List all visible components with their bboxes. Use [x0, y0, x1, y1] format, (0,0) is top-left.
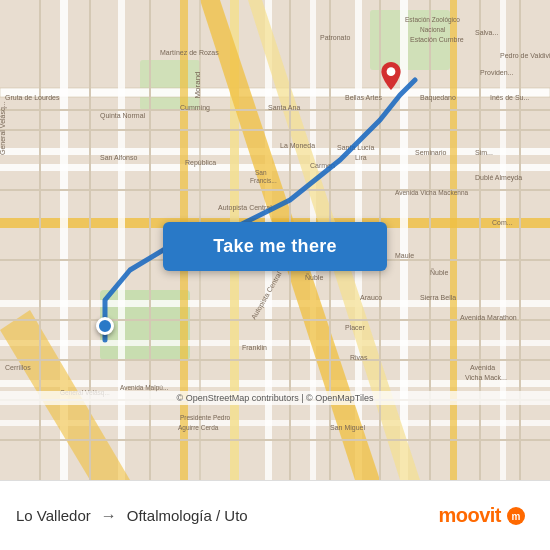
- svg-text:La Moneda: La Moneda: [280, 142, 315, 149]
- svg-text:Ñuble: Ñuble: [305, 273, 323, 281]
- svg-text:Vicha Mack...: Vicha Mack...: [465, 374, 507, 381]
- svg-text:República: República: [185, 159, 216, 167]
- svg-text:Estación Cumbre: Estación Cumbre: [410, 36, 464, 43]
- svg-text:Sierra Bella: Sierra Bella: [420, 294, 456, 301]
- svg-text:Rivas: Rivas: [350, 354, 368, 361]
- svg-text:m: m: [512, 511, 521, 522]
- svg-text:Autopista Central: Autopista Central: [218, 204, 272, 212]
- svg-text:Com...: Com...: [492, 219, 513, 226]
- svg-rect-14: [118, 0, 125, 480]
- svg-text:Pedro de Valdivia: Pedro de Valdivia: [500, 52, 550, 59]
- svg-rect-10: [0, 340, 550, 346]
- svg-text:Francis...: Francis...: [250, 177, 277, 184]
- svg-text:Avenida Vicha Mackenna: Avenida Vicha Mackenna: [395, 189, 469, 196]
- svg-text:San Alfonso: San Alfonso: [100, 154, 137, 161]
- svg-text:Baquedano: Baquedano: [420, 94, 456, 102]
- svg-text:Dublé Almeyda: Dublé Almeyda: [475, 174, 522, 182]
- svg-text:Cumming: Cumming: [180, 104, 210, 112]
- svg-text:Avenida: Avenida: [470, 364, 495, 371]
- take-me-there-label: Take me there: [213, 236, 337, 257]
- svg-text:Cerrillos: Cerrillos: [5, 364, 31, 371]
- svg-text:Quinta Normal: Quinta Normal: [100, 112, 146, 120]
- svg-rect-21: [450, 0, 457, 480]
- svg-text:Santa Lucía: Santa Lucía: [337, 144, 374, 151]
- svg-text:Aguirre Cerda: Aguirre Cerda: [178, 424, 219, 432]
- svg-text:Seminario: Seminario: [415, 149, 447, 156]
- svg-rect-4: [0, 88, 550, 97]
- moovit-brand-text: moovit: [438, 504, 501, 527]
- bottom-bar: Lo Valledor → Oftalmología / Uto moovit …: [0, 480, 550, 550]
- svg-text:Arauco: Arauco: [360, 294, 382, 301]
- route-destination: Oftalmología / Uto: [127, 507, 248, 524]
- svg-rect-6: [0, 148, 550, 155]
- svg-text:Patronato: Patronato: [320, 34, 350, 41]
- map-attribution: © OpenStreetMap contributors | © OpenMap…: [0, 391, 550, 405]
- moovit-logo-icon: m: [506, 506, 534, 526]
- svg-text:Salva...: Salva...: [475, 29, 498, 36]
- svg-text:Santa Ana: Santa Ana: [268, 104, 300, 111]
- svg-text:Presidente Pedro: Presidente Pedro: [180, 414, 231, 421]
- svg-text:Bellas Artes: Bellas Artes: [345, 94, 382, 101]
- svg-rect-9: [0, 300, 550, 307]
- svg-rect-11: [0, 380, 550, 387]
- origin-pin: [96, 317, 114, 335]
- route-arrow-icon: →: [101, 507, 117, 525]
- svg-text:Carmen: Carmen: [310, 162, 335, 169]
- route-info: Lo Valledor → Oftalmología / Uto: [16, 507, 438, 525]
- svg-text:Morand: Morand: [193, 71, 202, 98]
- svg-text:Franklin: Franklin: [242, 344, 267, 351]
- svg-text:Placer: Placer: [345, 324, 366, 331]
- svg-text:Providen...: Providen...: [480, 69, 514, 76]
- moovit-logo: moovit m: [438, 504, 534, 527]
- svg-text:Gruta de Lourdes: Gruta de Lourdes: [5, 94, 60, 101]
- svg-text:Avenida Marathon: Avenida Marathon: [460, 314, 517, 321]
- svg-text:Martínez de Rozas: Martínez de Rozas: [160, 49, 219, 56]
- svg-text:Maule: Maule: [395, 252, 414, 259]
- svg-text:Lira: Lira: [355, 154, 367, 161]
- svg-text:General Velásq...: General Velásq...: [0, 101, 7, 155]
- destination-pin: [380, 62, 402, 90]
- svg-text:San Miguel: San Miguel: [330, 424, 365, 432]
- route-origin: Lo Valledor: [16, 507, 91, 524]
- map-container: Morand Martínez de Rozas Patronato Estac…: [0, 0, 550, 480]
- svg-text:San: San: [255, 169, 267, 176]
- svg-text:Nacional: Nacional: [420, 26, 446, 33]
- svg-text:Estación Zoológico: Estación Zoológico: [405, 16, 460, 24]
- take-me-there-button[interactable]: Take me there: [163, 222, 387, 271]
- svg-text:Ñuble: Ñuble: [430, 268, 448, 276]
- svg-text:Sim...: Sim...: [475, 149, 493, 156]
- svg-text:Inés de Su...: Inés de Su...: [490, 94, 529, 101]
- svg-point-93: [387, 67, 396, 76]
